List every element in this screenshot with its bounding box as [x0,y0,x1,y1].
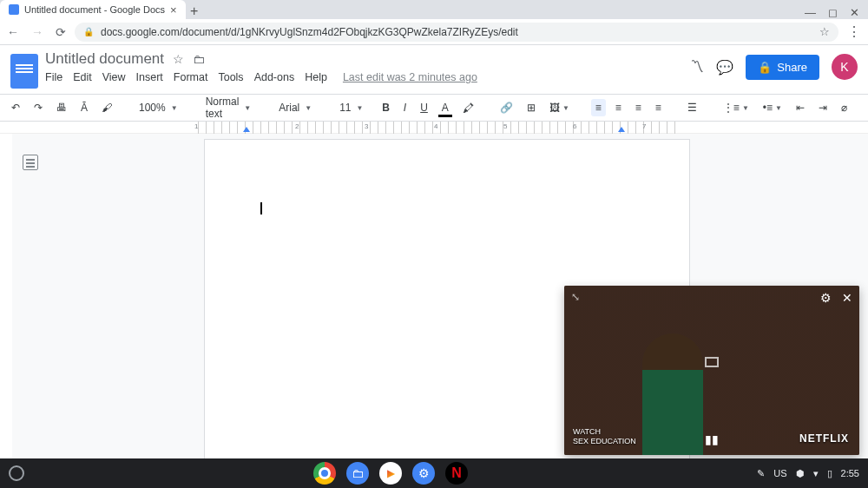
pip-title-overlay: WATCH SEX EDUCATION [573,427,636,446]
vertical-ruler[interactable] [0,134,12,481]
star-icon[interactable]: ☆ [173,52,184,66]
menu-help[interactable]: Help [305,71,327,83]
last-edit-text[interactable]: Last edit was 2 minutes ago [343,71,477,83]
maximize-icon[interactable]: ◻ [828,6,838,19]
share-button[interactable]: 🔒 Share [746,55,819,80]
decrease-indent-icon[interactable]: ⇤ [792,99,809,116]
align-right-icon[interactable]: ≡ [631,99,646,116]
close-window-icon[interactable]: ✕ [850,6,859,19]
insert-link-icon[interactable]: 🔗 [496,99,517,116]
pip-drag-handle-icon[interactable]: ⤡ [571,291,580,303]
align-left-icon[interactable]: ≡ [591,99,606,116]
menu-addons[interactable]: Add-ons [254,71,295,83]
numbered-list-icon[interactable]: ⋮≡▼ [719,99,753,116]
document-outline-icon[interactable] [23,155,38,170]
redo-icon[interactable]: ↷ [30,99,47,116]
line-spacing-icon[interactable]: ☰ [683,99,701,116]
battery-icon[interactable]: ▯ [827,468,832,479]
menu-format[interactable]: Format [174,71,208,83]
files-app-icon[interactable]: 🗀 [346,462,369,485]
menu-edit[interactable]: Edit [73,71,92,83]
window-controls: — ◻ ✕ [805,6,868,19]
browser-tab-strip: Untitled document - Google Docs × + — ◻ … [0,0,868,19]
docs-favicon [9,4,19,15]
print-icon[interactable]: 🖶 [52,99,71,116]
menu-view[interactable]: View [102,71,126,83]
share-label: Share [777,61,807,74]
horizontal-ruler[interactable]: 1 2 3 4 5 6 7 [0,122,868,134]
address-bar: ← → ⟳ 🔒 docs.google.com/document/d/1gNKr… [0,19,868,45]
indent-marker-left[interactable] [243,127,250,132]
zoom-select[interactable]: 100%▼ [134,102,183,114]
menu-bar: File Edit View Insert Format Tools Add-o… [45,71,683,83]
clear-formatting-icon[interactable]: ⌀ [837,99,852,116]
comments-icon[interactable]: 💬 [716,59,733,76]
close-tab-icon[interactable]: × [170,3,177,16]
wifi-icon[interactable]: ▾ [813,468,819,479]
paint-format-icon[interactable]: 🖌 [97,99,116,116]
docs-logo-icon[interactable] [10,54,38,89]
video-person [720,333,781,455]
reload-icon[interactable]: ⟳ [56,25,66,39]
ime-indicator[interactable]: US [773,468,786,478]
browser-tab[interactable]: Untitled document - Google Docs × [0,0,186,19]
lock-icon: 🔒 [83,27,94,36]
chromeos-shelf: 🗀 ⚙ N ✎ US ⬢ ▾ ▯ 2:55 [0,458,868,488]
back-icon[interactable]: ← [7,25,19,39]
account-avatar[interactable]: K [832,54,858,80]
insert-comment-icon[interactable]: ⊞ [523,99,540,116]
bold-icon[interactable]: B [378,99,394,116]
new-tab-button[interactable]: + [186,3,203,19]
forward-icon[interactable]: → [31,25,43,39]
menu-tools[interactable]: Tools [218,71,243,83]
activity-icon[interactable]: 〽 [690,59,704,75]
indent-marker-right[interactable] [618,127,625,132]
netflix-logo: NETFLIX [799,432,849,445]
minimize-icon[interactable]: — [805,6,816,19]
menu-insert[interactable]: Insert [136,71,163,83]
lock-icon: 🔒 [758,61,772,74]
pip-close-icon[interactable]: ✕ [842,291,852,305]
paragraph-style-select[interactable]: Normal text▼ [201,96,257,120]
stylus-icon[interactable]: ✎ [757,468,765,479]
menu-file[interactable]: File [45,71,62,83]
align-justify-icon[interactable]: ≡ [651,99,666,116]
video-person [642,333,703,455]
underline-icon[interactable]: U [416,99,432,116]
document-title[interactable]: Untitled document [45,50,164,68]
url-box[interactable]: 🔒 docs.google.com/document/d/1gNKrvyUglS… [75,23,838,42]
text-cursor [260,202,262,214]
pip-fullscreen-icon[interactable] [705,357,719,367]
spellcheck-icon[interactable]: Ā [76,99,92,116]
clock[interactable]: 2:55 [841,468,859,478]
insert-image-icon[interactable]: 🖼▼ [545,99,574,116]
picture-in-picture-window[interactable]: ⤡ ⚙ ✕ WATCH SEX EDUCATION ▮▮ NETFLIX [564,286,859,455]
highlight-icon[interactable]: 🖍 [458,99,478,117]
move-folder-icon[interactable]: 🗀 [193,52,205,66]
chrome-app-icon[interactable] [313,462,336,485]
browser-menu-icon[interactable]: ⋮ [847,23,861,40]
avatar-initial: K [840,60,848,74]
tab-title: Untitled document - Google Docs [24,4,165,15]
play-store-icon[interactable] [379,462,402,485]
pip-pause-icon[interactable]: ▮▮ [705,432,719,446]
bookmark-star-icon[interactable]: ☆ [819,25,830,38]
notifications-icon[interactable]: ⬢ [796,468,805,479]
font-size-select[interactable]: 11▼ [334,102,360,114]
font-select[interactable]: Arial▼ [273,102,317,114]
text-color-icon[interactable]: A [437,99,453,116]
launcher-icon[interactable] [9,465,24,481]
bulleted-list-icon[interactable]: •≡▼ [759,99,786,116]
align-center-icon[interactable]: ≡ [611,99,626,116]
italic-icon[interactable]: I [399,99,411,116]
formatting-toolbar: ↶ ↷ 🖶 Ā 🖌 100%▼ Normal text▼ Arial▼ 11▼ … [0,94,868,122]
pip-settings-icon[interactable]: ⚙ [820,291,832,305]
undo-icon[interactable]: ↶ [7,99,24,116]
increase-indent-icon[interactable]: ⇥ [814,99,832,116]
docs-header: Untitled document ☆ 🗀 File Edit View Ins… [0,45,868,89]
settings-app-icon[interactable]: ⚙ [412,462,435,485]
url-text: docs.google.com/document/d/1gNKrvyUglSnz… [101,26,518,38]
status-tray[interactable]: ✎ US ⬢ ▾ ▯ 2:55 [757,468,859,479]
netflix-app-icon[interactable]: N [445,462,468,485]
